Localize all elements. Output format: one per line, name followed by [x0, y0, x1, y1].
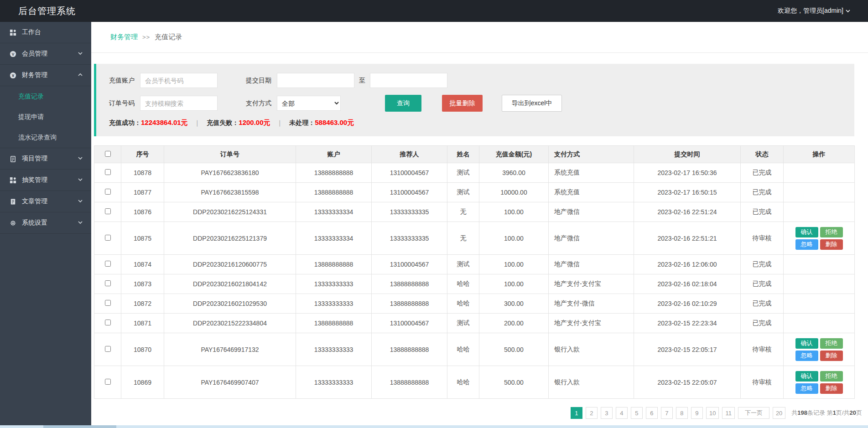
- breadcrumb-section-link[interactable]: 财务管理: [110, 33, 138, 41]
- sidebar-item-articles[interactable]: 文章管理: [0, 191, 91, 212]
- page-button-7[interactable]: 7: [661, 407, 673, 419]
- cell-seq: 10874: [121, 255, 164, 274]
- reject-button[interactable]: 拒绝: [820, 338, 843, 349]
- page-button-10[interactable]: 10: [706, 407, 719, 419]
- cell-time: 2023-02-17 16:50:15: [634, 183, 741, 202]
- page-button-11[interactable]: 11: [722, 407, 735, 419]
- sidebar-item-flow-records[interactable]: 流水记录查询: [0, 127, 91, 148]
- cell-pay-method: 地产支付-支付宝: [549, 314, 634, 333]
- cell-seq: 10872: [121, 294, 164, 314]
- page-button-3[interactable]: 3: [601, 407, 613, 419]
- cell-actions: [784, 294, 855, 314]
- recharge-account-label: 充值账户: [109, 77, 135, 85]
- status-badge: 已完成: [741, 294, 784, 314]
- cell-name: 哈哈: [447, 333, 479, 366]
- row-checkbox[interactable]: [105, 235, 111, 241]
- next-page-button[interactable]: 下一页: [738, 407, 769, 419]
- column-header: 推荐人: [372, 146, 447, 163]
- page-button-8[interactable]: 8: [676, 407, 688, 419]
- column-header: 状态: [741, 146, 784, 163]
- column-header: 订单号: [164, 146, 296, 163]
- table-row: 10870PAY16764699171321333333333313888888…: [94, 333, 855, 366]
- date-to-label: 至: [359, 77, 365, 85]
- recharge-account-input[interactable]: [140, 73, 218, 88]
- ignore-button[interactable]: 忽略: [795, 239, 818, 250]
- summary-part: 页/共: [836, 409, 850, 416]
- summary-part: 1: [833, 409, 836, 416]
- table-header-row: 序号订单号账户推荐人姓名充值金额(元)支付方式提交时间状态操作: [94, 146, 855, 163]
- cell-amount: 500.00: [479, 366, 549, 399]
- summary-part: 共: [791, 409, 797, 416]
- confirm-button[interactable]: 确认: [795, 227, 818, 237]
- chevron-down-icon: [78, 219, 83, 227]
- sidebar-item-withdraw-requests[interactable]: 提现申请: [0, 107, 91, 127]
- search-button[interactable]: 查询: [385, 95, 421, 112]
- confirm-button[interactable]: 确认: [795, 338, 818, 349]
- order-number-input[interactable]: [140, 96, 218, 111]
- confirm-button[interactable]: 确认: [795, 371, 818, 382]
- sidebar-item-finance[interactable]: ¥财务管理: [0, 65, 91, 86]
- page-button-4[interactable]: 4: [616, 407, 628, 419]
- delete-button[interactable]: 删除: [820, 239, 843, 250]
- cell-account: 13333333333: [296, 274, 372, 294]
- row-checkbox[interactable]: [105, 261, 111, 267]
- cell-actions: [784, 183, 855, 202]
- row-select-cell: [94, 222, 121, 255]
- page-button-1[interactable]: 1: [571, 407, 582, 419]
- delete-button[interactable]: 删除: [820, 351, 843, 361]
- pending-stat-label: 未处理：: [289, 119, 315, 127]
- cell-account: 13333333334: [296, 202, 372, 222]
- row-checkbox[interactable]: [105, 169, 111, 175]
- ignore-button[interactable]: 忽略: [795, 351, 818, 361]
- batch-delete-button[interactable]: 批量删除: [442, 95, 483, 112]
- cell-actions: [784, 163, 855, 183]
- cell-time: 2023-02-15 22:05:17: [634, 333, 741, 366]
- page-button-9[interactable]: 9: [691, 407, 703, 419]
- cell-name: 哈哈: [447, 294, 479, 314]
- cell-time: 2023-02-16 22:51:21: [634, 222, 741, 255]
- sidebar-item-recharge-records[interactable]: 充值记录: [0, 86, 91, 107]
- cell-pay-method: 地产支付-支付宝: [549, 274, 634, 294]
- cell-account: 13333333334: [296, 222, 372, 255]
- date-from-input[interactable]: [277, 73, 354, 88]
- sidebar-item-projects[interactable]: 项目管理: [0, 148, 91, 170]
- summary-part: 条记录 第: [807, 409, 833, 416]
- column-header: 账户: [296, 146, 372, 163]
- row-checkbox[interactable]: [105, 208, 111, 214]
- user-menu[interactable]: 欢迎您，管理员[admin]: [778, 7, 851, 15]
- select-all-checkbox[interactable]: [105, 151, 111, 157]
- row-checkbox[interactable]: [105, 379, 111, 385]
- table-row: 10878PAY16766238361801388888888813100004…: [94, 163, 855, 183]
- table-row: 10872DDP20230216021029530133333333331388…: [94, 294, 855, 314]
- ignore-button[interactable]: 忽略: [795, 383, 818, 394]
- sidebar-item-workbench[interactable]: 工作台: [0, 22, 91, 43]
- sidebar-item-settings[interactable]: 系统设置: [0, 212, 91, 234]
- row-checkbox[interactable]: [105, 300, 111, 306]
- scrollbar-thumb[interactable]: [43, 425, 116, 428]
- cell-referrer: 13888888888: [372, 294, 447, 314]
- reject-button[interactable]: 拒绝: [820, 371, 843, 382]
- sidebar-item-members[interactable]: V会员管理: [0, 43, 91, 65]
- horizontal-scrollbar[interactable]: [0, 425, 868, 428]
- cell-name: 哈哈: [447, 274, 479, 294]
- cell-time: 2023-02-16 02:10:29: [634, 294, 741, 314]
- row-checkbox[interactable]: [105, 320, 111, 325]
- row-checkbox[interactable]: [105, 346, 111, 352]
- page-button-5[interactable]: 5: [631, 407, 643, 419]
- member-icon: V: [9, 50, 16, 57]
- row-checkbox[interactable]: [105, 189, 111, 195]
- page-button-2[interactable]: 2: [586, 407, 598, 419]
- column-header: 姓名: [447, 146, 479, 163]
- delete-button[interactable]: 删除: [820, 383, 843, 394]
- sidebar-item-lottery[interactable]: 抽奖管理: [0, 170, 91, 191]
- row-select-cell: [94, 183, 121, 202]
- date-to-input[interactable]: [370, 73, 447, 88]
- reject-button[interactable]: 拒绝: [820, 227, 843, 237]
- page-button-6[interactable]: 6: [646, 407, 658, 419]
- column-header: 支付方式: [549, 146, 634, 163]
- page-button-20[interactable]: 20: [773, 407, 785, 419]
- export-excel-button[interactable]: 导出到excel中: [502, 95, 562, 112]
- status-badge: 已完成: [741, 274, 784, 294]
- pay-method-select[interactable]: 全部: [277, 96, 341, 111]
- row-checkbox[interactable]: [105, 280, 111, 286]
